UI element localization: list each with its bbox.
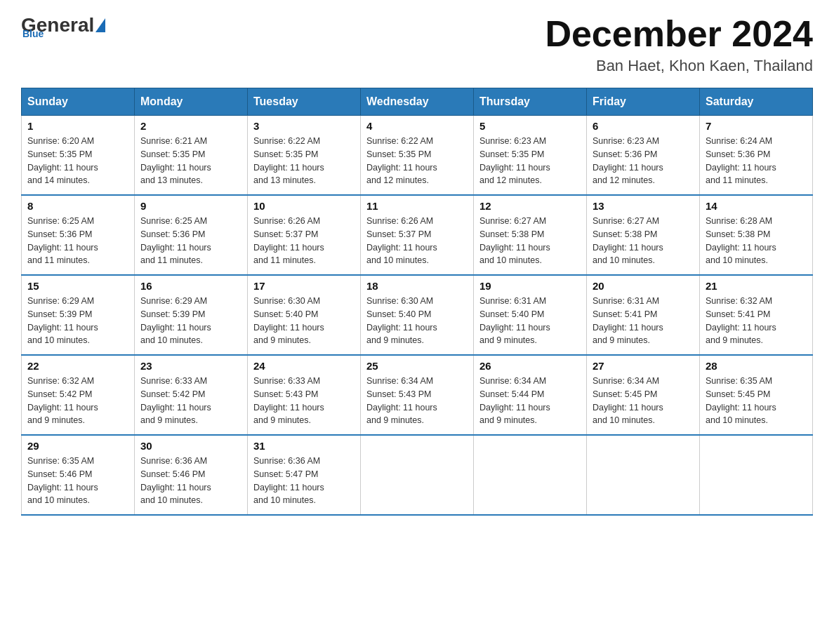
day-info: Sunrise: 6:27 AM Sunset: 5:38 PM Dayligh… bbox=[593, 215, 694, 267]
col-tuesday: Tuesday bbox=[248, 88, 361, 116]
day-info: Sunrise: 6:25 AM Sunset: 5:36 PM Dayligh… bbox=[27, 215, 128, 267]
day-number: 5 bbox=[479, 120, 581, 132]
day-number: 13 bbox=[593, 200, 694, 212]
day-info: Sunrise: 6:29 AM Sunset: 5:39 PM Dayligh… bbox=[27, 295, 128, 347]
table-row: 25Sunrise: 6:34 AM Sunset: 5:43 PM Dayli… bbox=[361, 355, 474, 435]
day-number: 6 bbox=[593, 120, 694, 132]
day-number: 16 bbox=[140, 280, 241, 292]
logo-underline: Blue bbox=[22, 28, 44, 39]
table-row bbox=[474, 435, 587, 515]
day-info: Sunrise: 6:30 AM Sunset: 5:40 PM Dayligh… bbox=[253, 295, 355, 347]
day-number: 18 bbox=[366, 280, 468, 292]
table-row: 12Sunrise: 6:27 AM Sunset: 5:38 PM Dayli… bbox=[474, 195, 587, 275]
table-row: 29Sunrise: 6:35 AM Sunset: 5:46 PM Dayli… bbox=[22, 435, 135, 515]
day-number: 17 bbox=[253, 280, 355, 292]
table-row: 16Sunrise: 6:29 AM Sunset: 5:39 PM Dayli… bbox=[135, 275, 248, 355]
day-info: Sunrise: 6:31 AM Sunset: 5:41 PM Dayligh… bbox=[593, 295, 694, 347]
day-number: 28 bbox=[706, 360, 807, 372]
day-info: Sunrise: 6:35 AM Sunset: 5:45 PM Dayligh… bbox=[706, 375, 807, 427]
day-number: 1 bbox=[27, 120, 128, 132]
table-row: 22Sunrise: 6:32 AM Sunset: 5:42 PM Dayli… bbox=[22, 355, 135, 435]
day-info: Sunrise: 6:21 AM Sunset: 5:35 PM Dayligh… bbox=[140, 135, 241, 187]
day-info: Sunrise: 6:35 AM Sunset: 5:46 PM Dayligh… bbox=[27, 455, 128, 507]
day-number: 19 bbox=[479, 280, 581, 292]
table-row: 20Sunrise: 6:31 AM Sunset: 5:41 PM Dayli… bbox=[587, 275, 700, 355]
day-info: Sunrise: 6:26 AM Sunset: 5:37 PM Dayligh… bbox=[253, 215, 355, 267]
day-number: 15 bbox=[27, 280, 128, 292]
day-info: Sunrise: 6:22 AM Sunset: 5:35 PM Dayligh… bbox=[366, 135, 468, 187]
table-row: 7Sunrise: 6:24 AM Sunset: 5:36 PM Daylig… bbox=[700, 116, 813, 196]
day-number: 22 bbox=[27, 360, 128, 372]
day-number: 27 bbox=[593, 360, 694, 372]
day-number: 24 bbox=[253, 360, 355, 372]
col-saturday: Saturday bbox=[700, 88, 813, 116]
day-number: 2 bbox=[140, 120, 241, 132]
table-row: 5Sunrise: 6:23 AM Sunset: 5:35 PM Daylig… bbox=[474, 116, 587, 196]
table-row: 19Sunrise: 6:31 AM Sunset: 5:40 PM Dayli… bbox=[474, 275, 587, 355]
table-row: 3Sunrise: 6:22 AM Sunset: 5:35 PM Daylig… bbox=[248, 116, 361, 196]
day-number: 10 bbox=[253, 200, 355, 212]
day-number: 9 bbox=[140, 200, 241, 212]
logo: General Blue bbox=[21, 14, 105, 39]
table-row: 8Sunrise: 6:25 AM Sunset: 5:36 PM Daylig… bbox=[22, 195, 135, 275]
day-number: 20 bbox=[593, 280, 694, 292]
day-number: 25 bbox=[366, 360, 468, 372]
table-row: 15Sunrise: 6:29 AM Sunset: 5:39 PM Dayli… bbox=[22, 275, 135, 355]
col-sunday: Sunday bbox=[22, 88, 135, 116]
calendar-table: Sunday Monday Tuesday Wednesday Thursday… bbox=[21, 88, 813, 516]
week-row-4: 22Sunrise: 6:32 AM Sunset: 5:42 PM Dayli… bbox=[22, 355, 813, 435]
table-row: 21Sunrise: 6:32 AM Sunset: 5:41 PM Dayli… bbox=[700, 275, 813, 355]
table-row: 27Sunrise: 6:34 AM Sunset: 5:45 PM Dayli… bbox=[587, 355, 700, 435]
day-info: Sunrise: 6:34 AM Sunset: 5:43 PM Dayligh… bbox=[366, 375, 468, 427]
day-info: Sunrise: 6:36 AM Sunset: 5:47 PM Dayligh… bbox=[253, 455, 355, 507]
table-row: 10Sunrise: 6:26 AM Sunset: 5:37 PM Dayli… bbox=[248, 195, 361, 275]
day-info: Sunrise: 6:24 AM Sunset: 5:36 PM Dayligh… bbox=[706, 135, 807, 187]
day-number: 12 bbox=[479, 200, 581, 212]
week-row-3: 15Sunrise: 6:29 AM Sunset: 5:39 PM Dayli… bbox=[22, 275, 813, 355]
table-row: 9Sunrise: 6:25 AM Sunset: 5:36 PM Daylig… bbox=[135, 195, 248, 275]
month-title: December 2024 bbox=[545, 14, 813, 54]
logo-triangle-icon bbox=[95, 18, 105, 32]
day-number: 3 bbox=[253, 120, 355, 132]
day-info: Sunrise: 6:34 AM Sunset: 5:44 PM Dayligh… bbox=[479, 375, 581, 427]
day-info: Sunrise: 6:23 AM Sunset: 5:36 PM Dayligh… bbox=[593, 135, 694, 187]
table-row: 1Sunrise: 6:20 AM Sunset: 5:35 PM Daylig… bbox=[22, 116, 135, 196]
col-friday: Friday bbox=[587, 88, 700, 116]
day-info: Sunrise: 6:29 AM Sunset: 5:39 PM Dayligh… bbox=[140, 295, 241, 347]
col-wednesday: Wednesday bbox=[361, 88, 474, 116]
table-row: 11Sunrise: 6:26 AM Sunset: 5:37 PM Dayli… bbox=[361, 195, 474, 275]
day-info: Sunrise: 6:28 AM Sunset: 5:38 PM Dayligh… bbox=[706, 215, 807, 267]
table-row: 30Sunrise: 6:36 AM Sunset: 5:46 PM Dayli… bbox=[135, 435, 248, 515]
table-row bbox=[361, 435, 474, 515]
day-number: 30 bbox=[140, 440, 241, 452]
day-number: 21 bbox=[706, 280, 807, 292]
day-info: Sunrise: 6:25 AM Sunset: 5:36 PM Dayligh… bbox=[140, 215, 241, 267]
table-row: 4Sunrise: 6:22 AM Sunset: 5:35 PM Daylig… bbox=[361, 116, 474, 196]
week-row-5: 29Sunrise: 6:35 AM Sunset: 5:46 PM Dayli… bbox=[22, 435, 813, 515]
table-row: 31Sunrise: 6:36 AM Sunset: 5:47 PM Dayli… bbox=[248, 435, 361, 515]
table-row: 13Sunrise: 6:27 AM Sunset: 5:38 PM Dayli… bbox=[587, 195, 700, 275]
day-number: 29 bbox=[27, 440, 128, 452]
calendar-header-row: Sunday Monday Tuesday Wednesday Thursday… bbox=[22, 88, 813, 116]
table-row: 14Sunrise: 6:28 AM Sunset: 5:38 PM Dayli… bbox=[700, 195, 813, 275]
day-number: 4 bbox=[366, 120, 468, 132]
title-area: December 2024 Ban Haet, Khon Kaen, Thail… bbox=[545, 14, 813, 75]
day-info: Sunrise: 6:30 AM Sunset: 5:40 PM Dayligh… bbox=[366, 295, 468, 347]
table-row: 28Sunrise: 6:35 AM Sunset: 5:45 PM Dayli… bbox=[700, 355, 813, 435]
day-info: Sunrise: 6:27 AM Sunset: 5:38 PM Dayligh… bbox=[479, 215, 581, 267]
day-info: Sunrise: 6:36 AM Sunset: 5:46 PM Dayligh… bbox=[140, 455, 241, 507]
day-info: Sunrise: 6:32 AM Sunset: 5:42 PM Dayligh… bbox=[27, 375, 128, 427]
day-info: Sunrise: 6:26 AM Sunset: 5:37 PM Dayligh… bbox=[366, 215, 468, 267]
table-row: 24Sunrise: 6:33 AM Sunset: 5:43 PM Dayli… bbox=[248, 355, 361, 435]
day-info: Sunrise: 6:20 AM Sunset: 5:35 PM Dayligh… bbox=[27, 135, 128, 187]
day-number: 26 bbox=[479, 360, 581, 372]
header: General Blue December 2024 Ban Haet, Kho… bbox=[21, 14, 813, 75]
week-row-2: 8Sunrise: 6:25 AM Sunset: 5:36 PM Daylig… bbox=[22, 195, 813, 275]
day-info: Sunrise: 6:34 AM Sunset: 5:45 PM Dayligh… bbox=[593, 375, 694, 427]
day-number: 14 bbox=[706, 200, 807, 212]
table-row: 17Sunrise: 6:30 AM Sunset: 5:40 PM Dayli… bbox=[248, 275, 361, 355]
day-number: 23 bbox=[140, 360, 241, 372]
day-number: 8 bbox=[27, 200, 128, 212]
table-row: 18Sunrise: 6:30 AM Sunset: 5:40 PM Dayli… bbox=[361, 275, 474, 355]
week-row-1: 1Sunrise: 6:20 AM Sunset: 5:35 PM Daylig… bbox=[22, 116, 813, 196]
